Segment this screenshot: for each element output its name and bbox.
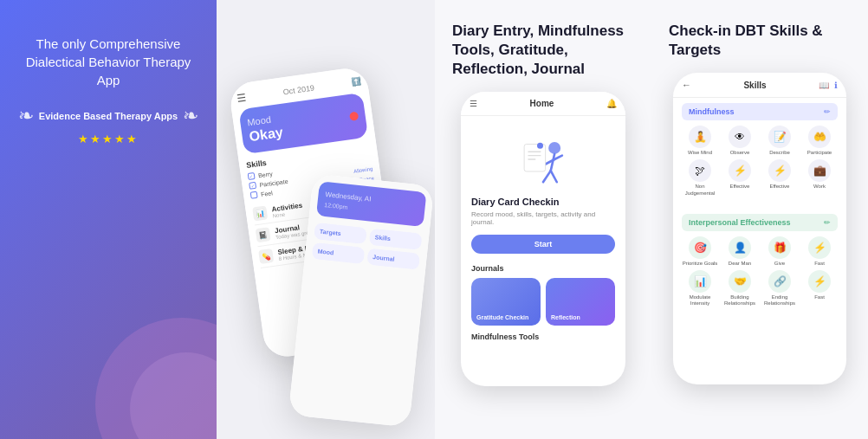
skills-nav-title: Skills — [743, 81, 766, 90]
skill-fast: ⚡ Fast — [801, 236, 838, 267]
panel-phone-mockup: ☰ Oct 2019 ⬆️ Mood Okay Skills ✓ Berry ✓… — [217, 0, 435, 439]
back-icon[interactable]: ← — [682, 80, 691, 90]
skill-give: 🎁 Give — [761, 236, 798, 267]
interpersonal-category-header: Interpersonal Effectiveness ✏ — [682, 214, 838, 231]
grid-item-4: Journal — [366, 249, 420, 270]
skill-prioritize: 🎯 Prioritize Goals — [682, 236, 718, 267]
book-icon[interactable]: 📖 — [819, 81, 829, 90]
panel3-header: Diary Entry, Mindfulness Tools, Gratitud… — [435, 0, 651, 92]
observe-label: Observe — [730, 150, 750, 156]
home-phone-mockup: ☰ Home 🔔 Diary Card Checkin Rec — [461, 92, 625, 386]
diary-card-sub: Record mood, skills, targets, activity a… — [461, 210, 625, 235]
building-label: Building Relationships — [722, 294, 758, 307]
grid-item-2: Skills — [369, 229, 423, 250]
award-badge: ❧ Evidence Based Therapy Apps ❧ ★★★★★ — [18, 105, 198, 145]
skill-check-icon: ✓ — [248, 171, 256, 179]
mindfulness-category: Mindfulness ✏ 🧘 Wise Mind 👁 Observe 📝 De… — [673, 98, 846, 209]
svg-line-3 — [551, 171, 557, 182]
interpersonal-edit-icon[interactable]: ✏ — [824, 218, 831, 227]
share-icon: ⬆️ — [351, 76, 361, 86]
observe-icon: 👁 — [729, 126, 751, 148]
gratitude-label: Gratitude Checkin — [476, 314, 528, 320]
laurel-badge: ❧ Evidence Based Therapy Apps ❧ — [18, 105, 198, 127]
gratitude-card[interactable]: Gratitude Checkin — [471, 278, 541, 326]
skill-status: Allowing — [353, 165, 373, 173]
dear-man-icon: 👤 — [729, 236, 751, 259]
svg-point-0 — [548, 142, 560, 154]
figure-svg — [513, 129, 573, 190]
non-judgemental-icon: 🕊 — [689, 159, 711, 182]
skill-check-icon: ✓ — [249, 181, 256, 189]
fast-2-label: Fast — [814, 294, 825, 300]
skill-work: 💼 Work — [801, 159, 838, 196]
effective-1-icon: ⚡ — [729, 159, 751, 182]
journals-grid: Gratitude Checkin Reflection — [471, 278, 615, 326]
start-button[interactable]: Start — [471, 235, 615, 254]
interpersonal-category: Interpersonal Effectiveness ✏ 🎯 Prioriti… — [673, 209, 846, 320]
give-label: Give — [774, 261, 785, 267]
wise-mind-label: Wise Mind — [688, 150, 712, 156]
app-nav-home: ☰ Home 🔔 — [461, 92, 625, 116]
grid-item-1: Targets — [314, 223, 367, 244]
panel4-header: Check-in DBT Skills & Targets — [651, 0, 868, 73]
building-icon: 🤝 — [729, 270, 751, 293]
journal-icon: 📓 — [256, 227, 271, 242]
wise-mind-icon: 🧘 — [689, 126, 711, 148]
star-rating: ★★★★★ — [78, 132, 139, 145]
non-judgemental-label: Non Judgemental — [682, 184, 718, 196]
reflection-card[interactable]: Reflection — [546, 278, 615, 326]
svg-line-2 — [543, 171, 551, 182]
skills-nav-icons: 📖 ℹ — [819, 81, 838, 90]
skill-fast-2: ⚡ Fast — [801, 270, 838, 307]
work-icon: 💼 — [808, 159, 831, 182]
effective-2-icon: ⚡ — [768, 159, 791, 182]
date-label: Oct 2019 — [282, 83, 315, 96]
mindfulness-skills-grid: 🧘 Wise Mind 👁 Observe 📝 Describe 🤲 Parti… — [682, 126, 838, 197]
journals-section: Journals Gratitude Checkin Reflection — [461, 264, 625, 326]
secondary-grid: Targets Skills Mood Journal — [312, 223, 423, 270]
mindfulness-edit-icon[interactable]: ✏ — [824, 107, 831, 116]
dear-man-label: Dear Man — [729, 261, 751, 267]
skills-nav: ← Skills 📖 ℹ — [673, 73, 846, 98]
skill-check-icon — [250, 190, 258, 198]
participate-label: Participate — [807, 150, 832, 156]
prioritize-icon: 🎯 — [689, 236, 711, 259]
phone-mockup-secondary: Wednesday, AI 12:00pm Targets Skills Moo… — [288, 173, 435, 427]
skills-phone-mockup: ← Skills 📖 ℹ Mindfulness ✏ 🧘 Wise Mind 👁… — [673, 73, 846, 384]
badge-text: Evidence Based Therapy Apps — [39, 110, 178, 122]
mindfulness-category-header: Mindfulness ✏ — [682, 103, 838, 120]
panel-intro: The only Comprehensive Dialectical Behav… — [0, 0, 217, 439]
fast-icon: ⚡ — [808, 236, 831, 259]
sleep-icon: 💊 — [258, 248, 274, 263]
diary-card-title: Diary Card Checkin — [461, 197, 625, 210]
describe-label: Describe — [769, 150, 790, 156]
nav-menu-icon: ☰ — [470, 99, 477, 108]
describe-icon: 📝 — [768, 126, 791, 148]
info-icon[interactable]: ℹ — [834, 81, 838, 90]
mindfulness-section: Mindfulness Tools — [461, 326, 625, 341]
modulate-icon: 📊 — [689, 270, 711, 293]
panel-home: Diary Entry, Mindfulness Tools, Gratitud… — [435, 0, 651, 439]
give-icon: 🎁 — [768, 236, 791, 259]
ending-label: Ending Relationships — [761, 294, 798, 307]
nav-notification-icon: 🔔 — [606, 99, 617, 108]
secondary-phone-header: Wednesday, AI 12:00pm — [316, 181, 427, 227]
svg-line-1 — [551, 154, 554, 171]
journals-title: Journals — [471, 264, 615, 273]
skill-building: 🤝 Building Relationships — [722, 270, 758, 307]
skill-describe: 📝 Describe — [761, 126, 798, 156]
work-label: Work — [813, 184, 826, 190]
fast-label: Fast — [814, 261, 825, 267]
prioritize-label: Prioritize Goals — [683, 261, 718, 267]
interpersonal-skills-grid: 🎯 Prioritize Goals 👤 Dear Man 🎁 Give ⚡ F… — [682, 236, 838, 307]
mindfulness-title: Mindfulness Tools — [471, 332, 615, 341]
diary-illustration — [461, 116, 625, 197]
effective-1-label: Effective — [730, 184, 750, 190]
fast-2-icon: ⚡ — [808, 270, 831, 293]
svg-line-5 — [554, 156, 562, 159]
interpersonal-category-name: Interpersonal Effectiveness — [689, 218, 791, 227]
skill-ending: 🔗 Ending Relationships — [761, 270, 798, 307]
skill-modulate: 📊 Modulate Intensity — [682, 270, 718, 307]
nav-home-title: Home — [530, 99, 554, 108]
grid-item-3: Mood — [312, 242, 366, 264]
